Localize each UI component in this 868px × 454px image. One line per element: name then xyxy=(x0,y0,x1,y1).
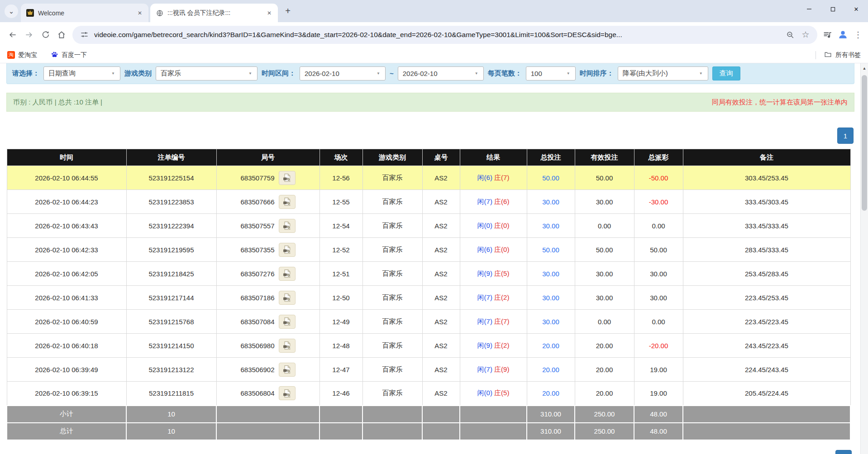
total-payout: 48.00 xyxy=(634,423,683,440)
site-info-icon[interactable] xyxy=(79,31,90,38)
video-replay-button[interactable] xyxy=(279,339,296,353)
cell-table-no: AS2 xyxy=(422,262,460,286)
tab-betrecord[interactable]: :::视讯 会员下注纪录::: ✕ xyxy=(150,4,278,22)
scroll-up-arrow-icon[interactable]: ▲ xyxy=(861,66,868,71)
page-1-button[interactable]: 1 xyxy=(837,128,854,144)
table-row: 2026-02-10 06:42:05 523191218425 6835072… xyxy=(7,262,850,286)
forward-button[interactable] xyxy=(21,27,37,43)
cell-session: 12-47 xyxy=(320,358,362,382)
url-bar[interactable]: videoie.com/game/betrecord_search/kind3?… xyxy=(72,26,817,44)
game-kind-select[interactable]: 百家乐 ▼ xyxy=(156,66,258,80)
time-sort-select[interactable]: 降幂(由大到小) ▼ xyxy=(618,66,708,80)
video-replay-button[interactable] xyxy=(279,195,296,209)
date-start-select[interactable]: 2026-02-10 ▼ xyxy=(300,66,386,80)
result-banker: 庄(9) xyxy=(494,365,509,373)
cell-time: 2026-02-10 06:44:55 xyxy=(7,166,126,190)
folder-icon xyxy=(824,51,832,60)
close-window-button[interactable]: ✕ xyxy=(844,0,868,18)
reload-button[interactable] xyxy=(37,27,53,43)
cell-total-bet[interactable]: 50.00 xyxy=(527,238,575,262)
cell-result: 闲(0) 庄(5) xyxy=(460,382,527,406)
cell-remark: 205.45/224.45 xyxy=(683,382,850,406)
cell-payout: 50.00 xyxy=(634,238,683,262)
query-type-select[interactable]: 日期查询 ▼ xyxy=(43,66,120,80)
minimize-button[interactable] xyxy=(797,0,821,18)
total-empty xyxy=(216,423,320,440)
bookmark-star-icon[interactable]: ☆ xyxy=(800,29,811,40)
page-size-select[interactable]: 100 ▼ xyxy=(526,66,576,80)
home-button[interactable] xyxy=(53,27,70,43)
vertical-scrollbar[interactable]: ▲ xyxy=(860,63,868,454)
cell-table-no: AS2 xyxy=(422,310,460,334)
tab-search-button[interactable]: ⌄ xyxy=(5,5,18,18)
cell-session: 12-48 xyxy=(320,334,362,358)
close-tab-icon[interactable]: ✕ xyxy=(265,9,273,17)
cell-game-kind: 百家乐 xyxy=(362,358,422,382)
cell-total-bet[interactable]: 30.00 xyxy=(527,190,575,214)
result-player: 闲(7) xyxy=(477,365,492,373)
cell-game-kind: 百家乐 xyxy=(362,334,422,358)
video-replay-button[interactable] xyxy=(279,363,296,377)
subtotal-empty xyxy=(362,406,422,423)
cell-total-bet[interactable]: 20.00 xyxy=(527,358,575,382)
url-text[interactable]: videoie.com/game/betrecord_search/kind3?… xyxy=(94,31,780,39)
query-type-value: 日期查询 xyxy=(48,69,76,78)
cell-total-bet[interactable]: 50.00 xyxy=(527,166,575,190)
cell-total-bet[interactable]: 30.00 xyxy=(527,286,575,310)
cell-bet-no: 523191213122 xyxy=(126,358,216,382)
header-valid-bet: 有效投注 xyxy=(575,149,634,166)
search-button[interactable]: 查询 xyxy=(712,66,740,80)
cell-table-no: AS2 xyxy=(422,358,460,382)
video-file-icon xyxy=(282,317,291,326)
back-button[interactable] xyxy=(5,27,21,43)
total-total-bet: 310.00 xyxy=(527,423,575,440)
filter-toolbar: 请选择： 日期查询 ▼ 游戏类别 百家乐 ▼ 时间区间： 2026-02-10 … xyxy=(6,63,854,84)
media-controls-icon[interactable] xyxy=(822,30,833,39)
all-bookmarks[interactable]: 所有书签 xyxy=(816,51,861,60)
total-valid-bet: 250.00 xyxy=(575,423,634,440)
video-replay-button[interactable] xyxy=(279,171,296,185)
header-session: 场次 xyxy=(320,149,362,166)
profile-avatar[interactable] xyxy=(837,29,848,40)
header-table-no: 桌号 xyxy=(422,149,460,166)
cell-payout: 0.00 xyxy=(634,310,683,334)
round-no-text: 683507186 xyxy=(240,294,274,302)
cell-total-bet[interactable]: 20.00 xyxy=(527,334,575,358)
video-replay-button[interactable] xyxy=(279,386,296,400)
close-tab-icon[interactable]: ✕ xyxy=(136,9,144,17)
cell-valid-bet: 0.00 xyxy=(575,310,634,334)
tab-welcome[interactable]: Welcome ✕ xyxy=(21,4,148,22)
result-banker: 庄(2) xyxy=(494,341,509,349)
scrollbar-thumb[interactable] xyxy=(862,75,867,211)
video-replay-button[interactable] xyxy=(279,267,296,281)
subtotal-empty xyxy=(320,406,362,423)
video-replay-button[interactable] xyxy=(279,315,296,329)
cell-time: 2026-02-10 06:43:43 xyxy=(7,214,126,238)
maximize-button[interactable] xyxy=(821,0,844,18)
round-no-text: 683507355 xyxy=(240,246,274,254)
video-replay-button[interactable] xyxy=(279,219,296,233)
video-replay-button[interactable] xyxy=(279,291,296,305)
cell-remark: 253.45/283.45 xyxy=(683,262,850,286)
zoom-icon[interactable] xyxy=(785,31,796,39)
table-row: 2026-02-10 06:44:23 523191223853 6835076… xyxy=(7,190,850,214)
cell-time: 2026-02-10 06:39:15 xyxy=(7,382,126,406)
cell-total-bet[interactable]: 30.00 xyxy=(527,262,575,286)
cell-session: 12-46 xyxy=(320,382,362,406)
new-tab-button[interactable]: + xyxy=(281,5,294,18)
cell-total-bet[interactable]: 30.00 xyxy=(527,310,575,334)
globe-icon xyxy=(156,9,163,17)
browser-menu-icon[interactable]: ⋮ xyxy=(853,30,863,40)
page-1-button-bottom[interactable]: 1 xyxy=(835,450,852,454)
cell-bet-no: 523191215768 xyxy=(126,310,216,334)
video-replay-button[interactable] xyxy=(279,243,296,257)
cell-total-bet[interactable]: 20.00 xyxy=(527,382,575,406)
bookmark-baidu[interactable]: 百度一下 xyxy=(51,51,87,60)
cell-round-no: 683506902 xyxy=(216,358,320,382)
cell-total-bet[interactable]: 30.00 xyxy=(527,214,575,238)
total-label: 总计 xyxy=(7,423,126,440)
bookmark-taobao[interactable]: 淘 爱淘宝 xyxy=(7,51,37,59)
subtotal-label: 小计 xyxy=(7,406,126,423)
date-end-select[interactable]: 2026-02-10 ▼ xyxy=(398,66,484,80)
tab-strip: ⌄ Welcome ✕ :::视讯 会员下注纪录::: ✕ + ✕ xyxy=(0,0,868,22)
